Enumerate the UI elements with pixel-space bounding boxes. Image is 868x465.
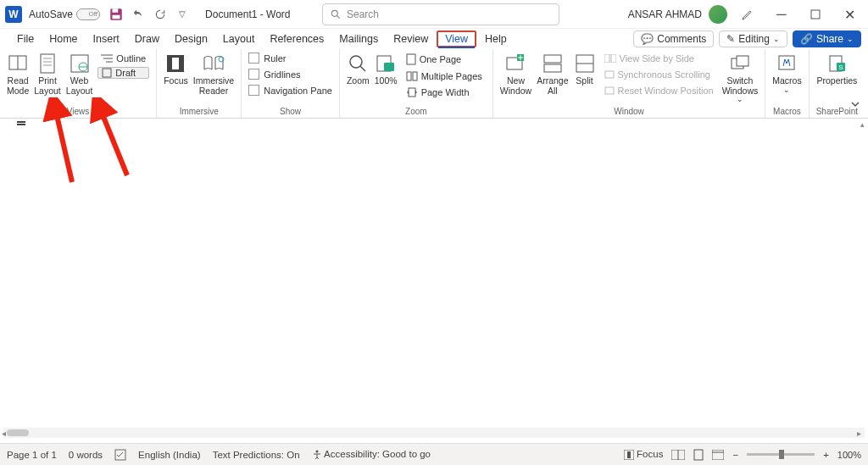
zoom-slider[interactable] — [747, 453, 815, 456]
qat-customize[interactable]: ▽ — [173, 5, 192, 24]
share-icon: 🔗 — [800, 33, 813, 45]
save-icon — [108, 7, 124, 22]
reset-pos-icon — [604, 86, 615, 95]
gridlines-checkbox[interactable]: Gridlines — [248, 69, 332, 80]
tab-mailings[interactable]: Mailings — [332, 31, 385, 47]
search-input[interactable]: Search — [322, 3, 559, 25]
reset-window-position-button: Reset Window Position — [601, 85, 717, 97]
status-text-predictions[interactable]: Text Predictions: On — [213, 450, 300, 460]
hundred-percent-button[interactable]: 100% — [375, 53, 398, 86]
group-label-zoom: Zoom — [405, 105, 427, 116]
svg-rect-36 — [604, 54, 609, 63]
hundred-icon — [375, 53, 397, 75]
zoom-in-button[interactable]: + — [823, 450, 829, 460]
minimize-button[interactable]: ─ — [768, 3, 795, 25]
svg-rect-28 — [413, 72, 417, 80]
undo-button[interactable] — [129, 5, 147, 24]
status-page[interactable]: Page 1 of 1 — [7, 450, 57, 460]
one-page-icon — [406, 53, 416, 65]
multiple-pages-button[interactable]: Multiple Pages — [403, 70, 486, 82]
macros-icon — [776, 53, 798, 75]
web-layout-button[interactable]: Web Layout — [66, 53, 93, 96]
pen-mode-button[interactable] — [734, 3, 761, 25]
search-placeholder: Search — [347, 8, 379, 20]
ruler-checkbox[interactable]: Ruler — [248, 53, 332, 64]
status-accessibility[interactable]: Accessibility: Good to go — [312, 449, 431, 460]
read-mode-button[interactable]: Read Mode — [7, 53, 29, 96]
share-button[interactable]: 🔗Share⌄ — [793, 30, 861, 47]
properties-button[interactable]: S Properties — [816, 53, 857, 86]
chevron-down-icon: ⌄ — [737, 96, 743, 104]
scroll-right-arrow[interactable]: ▸ — [857, 429, 861, 438]
new-window-button[interactable]: New Window — [500, 53, 531, 96]
group-label-views: Views — [67, 105, 90, 116]
accessibility-icon — [312, 450, 322, 460]
draft-button[interactable]: Draft — [97, 67, 149, 79]
editing-mode-button[interactable]: ✎Editing⌄ — [719, 30, 787, 47]
split-button[interactable]: Split — [574, 53, 596, 86]
arrange-all-button[interactable]: Arrange All — [537, 53, 568, 96]
page-width-button[interactable]: Page Width — [403, 86, 486, 98]
comments-button[interactable]: 💬Comments — [633, 30, 714, 47]
document-area[interactable]: ▴ ◂ ▸ — [0, 119, 868, 440]
zoom-icon — [347, 53, 369, 75]
tab-insert[interactable]: Insert — [86, 31, 126, 47]
scroll-left-arrow[interactable]: ◂ — [2, 429, 6, 438]
navigation-pane-checkbox[interactable]: Navigation Pane — [248, 85, 332, 96]
macros-button[interactable]: Macros ⌄ — [772, 53, 801, 94]
tab-home[interactable]: Home — [42, 31, 84, 47]
tab-layout[interactable]: Layout — [216, 31, 262, 47]
focus-button[interactable]: Focus — [164, 53, 188, 86]
scrollbar-thumb[interactable] — [7, 429, 29, 436]
svg-rect-54 — [694, 450, 703, 460]
user-name: ANSAR AHMAD — [628, 8, 702, 20]
horizontal-scrollbar[interactable]: ◂ ▸ — [3, 428, 865, 438]
tab-design[interactable]: Design — [168, 31, 214, 47]
autosave-label: AutoSave — [29, 8, 73, 20]
scroll-up-indicator[interactable]: ▴ — [860, 120, 865, 129]
group-label-window: Window — [614, 105, 644, 116]
tab-review[interactable]: Review — [387, 31, 435, 47]
word-app-icon: W — [5, 6, 22, 23]
view-read-mode-button[interactable] — [671, 450, 685, 460]
collapse-ribbon-button[interactable] — [849, 98, 861, 110]
page-width-icon — [406, 87, 418, 97]
zoom-button[interactable]: Zoom — [347, 53, 370, 86]
svg-rect-39 — [605, 87, 614, 94]
autosave-toggle[interactable]: Off — [76, 8, 100, 20]
pencil-icon: ✎ — [726, 33, 735, 45]
view-print-layout-button[interactable] — [693, 449, 704, 461]
draft-icon — [102, 68, 112, 78]
read-mode-icon — [7, 53, 29, 75]
comment-icon: 💬 — [641, 33, 654, 45]
split-icon — [574, 53, 596, 75]
svg-rect-41 — [737, 56, 748, 66]
one-page-button[interactable]: One Page — [403, 53, 486, 66]
zoom-out-button[interactable]: − — [732, 450, 738, 460]
close-button[interactable]: ✕ — [836, 3, 863, 25]
tab-view[interactable]: View — [437, 30, 476, 47]
status-language[interactable]: English (India) — [138, 450, 201, 460]
avatar[interactable] — [709, 5, 727, 24]
zoom-percent[interactable]: 100% — [837, 450, 861, 460]
tab-references[interactable]: References — [263, 31, 331, 47]
maximize-button[interactable] — [802, 3, 829, 25]
tab-draw[interactable]: Draw — [128, 31, 166, 47]
redo-button[interactable] — [151, 5, 170, 24]
outline-button[interactable]: Outline — [97, 53, 149, 64]
svg-rect-37 — [611, 54, 616, 63]
switch-windows-button[interactable]: Switch Windows ⌄ — [722, 53, 759, 104]
group-label-show: Show — [280, 105, 301, 116]
immersive-reader-button[interactable]: Immersive Reader — [193, 53, 234, 96]
tab-help[interactable]: Help — [478, 31, 514, 47]
view-web-layout-button[interactable] — [712, 450, 724, 460]
chevron-down-icon: ⌄ — [847, 35, 854, 43]
status-focus-button[interactable]: Focus — [624, 449, 664, 460]
save-button[interactable] — [107, 5, 125, 24]
tab-file[interactable]: File — [10, 31, 41, 47]
synchronous-scrolling-button: Synchronous Scrolling — [601, 69, 717, 80]
status-spellcheck-icon[interactable] — [114, 449, 126, 461]
status-word-count[interactable]: 0 words — [69, 450, 103, 460]
svg-rect-25 — [384, 63, 394, 71]
print-layout-button[interactable]: Print Layout — [34, 53, 61, 96]
